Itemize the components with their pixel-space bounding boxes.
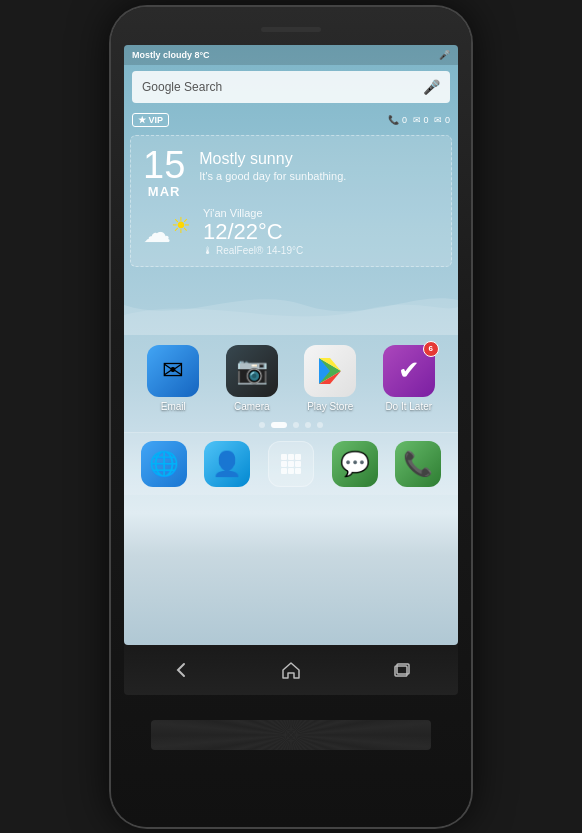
playstore-icon xyxy=(304,345,356,397)
home-button-nav[interactable] xyxy=(273,652,309,688)
phone-speaker xyxy=(261,27,321,32)
page-dot-2[interactable] xyxy=(271,422,287,428)
camera-icon: 📷 xyxy=(226,345,278,397)
realfeel-label: RealFeel® xyxy=(216,245,263,256)
mic-search-icon: 🎤 xyxy=(423,79,440,95)
weather-realfeel: 🌡 RealFeel® 14-19°C xyxy=(203,245,303,256)
search-label: Google Search xyxy=(142,80,222,94)
svg-rect-8 xyxy=(288,461,294,467)
weather-month: MAR xyxy=(148,184,181,199)
svg-rect-12 xyxy=(295,468,301,474)
doitlater-icon: ✔ 6 xyxy=(383,345,435,397)
phone-bottom xyxy=(111,695,471,775)
app-playstore-label: Play Store xyxy=(307,401,353,412)
doitlater-badge: 6 xyxy=(423,341,439,357)
svg-rect-5 xyxy=(288,454,294,460)
dock-apps[interactable] xyxy=(268,441,314,487)
page-dot-1[interactable] xyxy=(259,422,265,428)
app-email[interactable]: ✉ Email xyxy=(142,345,204,412)
apps-row: ✉ Email 📷 Camera xyxy=(124,335,458,416)
status-bar: Mostly cloudy 8°C 🎤 xyxy=(124,45,458,65)
svg-rect-10 xyxy=(281,468,287,474)
vip-sms-count: ✉ 0 xyxy=(413,115,429,125)
svg-rect-6 xyxy=(295,454,301,460)
swirl-pattern xyxy=(151,720,431,750)
apps-grid-icon xyxy=(268,441,314,487)
nav-bar xyxy=(124,645,458,695)
contacts-icon: 👤 xyxy=(204,441,250,487)
weather-sub-desc: It's a good day for sunbathing. xyxy=(199,170,346,182)
weather-location: Yi'an Village xyxy=(203,207,303,219)
dock-browser[interactable]: 🌐 xyxy=(141,441,187,487)
vip-mail-count: ✉ 0 xyxy=(434,115,450,125)
dock-phone[interactable]: 📞 xyxy=(395,441,441,487)
search-bar[interactable]: Google Search 🎤 xyxy=(132,71,450,103)
cloud-icon: ☁ xyxy=(143,216,171,249)
weather-temperature: 12/22°C xyxy=(203,219,303,245)
weather-temp-area: Yi'an Village 12/22°C 🌡 RealFeel® 14-19°… xyxy=(203,207,303,256)
weather-bottom: ☀ ☁ Yi'an Village 12/22°C 🌡 RealFeel® 14… xyxy=(143,207,439,256)
phone-frame: Mostly cloudy 8°C 🎤 Google Search 🎤 ★ VI… xyxy=(111,7,471,827)
status-bar-text: Mostly cloudy 8°C xyxy=(132,50,210,60)
page-dot-3[interactable] xyxy=(293,422,299,428)
wave-decoration xyxy=(124,275,458,335)
email-icon: ✉ xyxy=(147,345,199,397)
weather-day: 15 xyxy=(143,146,185,184)
app-playstore[interactable]: Play Store xyxy=(299,345,361,412)
app-doitlater[interactable]: ✔ 6 Do It Later xyxy=(378,345,440,412)
back-button[interactable] xyxy=(162,652,198,688)
weather-date: 15 MAR xyxy=(143,146,185,199)
recents-button[interactable] xyxy=(384,652,420,688)
weather-description: Mostly sunny It's a good day for sunbath… xyxy=(199,146,346,182)
vip-bar: ★ VIP 📞 0 ✉ 0 ✉ 0 xyxy=(132,109,450,131)
sun-icon: ☀ xyxy=(171,213,191,239)
phone-icon: 📞 xyxy=(395,441,441,487)
page-dots xyxy=(124,422,458,428)
realfeel-range: 14-19°C xyxy=(266,245,303,256)
phone-top xyxy=(111,15,471,45)
app-email-label: Email xyxy=(161,401,186,412)
dock: 🌐 👤 xyxy=(124,432,458,495)
page-dot-4[interactable] xyxy=(305,422,311,428)
svg-rect-9 xyxy=(295,461,301,467)
dock-messenger[interactable]: 💬 xyxy=(332,441,378,487)
weather-icon: ☀ ☁ xyxy=(143,213,193,249)
app-doitlater-label: Do It Later xyxy=(385,401,432,412)
svg-rect-4 xyxy=(281,454,287,460)
vip-phone-count: 📞 0 xyxy=(388,115,407,125)
dock-contacts[interactable]: 👤 xyxy=(204,441,250,487)
thermometer-icon: 🌡 xyxy=(203,245,213,256)
vip-badge: ★ VIP xyxy=(132,113,169,127)
app-camera[interactable]: 📷 Camera xyxy=(221,345,283,412)
svg-rect-11 xyxy=(288,468,294,474)
weather-widget: 15 MAR Mostly sunny It's a good day for … xyxy=(130,135,452,267)
svg-rect-7 xyxy=(281,461,287,467)
screen: Mostly cloudy 8°C 🎤 Google Search 🎤 ★ VI… xyxy=(124,45,458,645)
messenger-icon: 💬 xyxy=(332,441,378,487)
browser-icon: 🌐 xyxy=(141,441,187,487)
weather-condition: Mostly sunny xyxy=(199,150,346,168)
page-dot-5[interactable] xyxy=(317,422,323,428)
vip-status-icons: 📞 0 ✉ 0 ✉ 0 xyxy=(388,115,450,125)
app-camera-label: Camera xyxy=(234,401,270,412)
mic-icon: 🎤 xyxy=(439,50,450,60)
